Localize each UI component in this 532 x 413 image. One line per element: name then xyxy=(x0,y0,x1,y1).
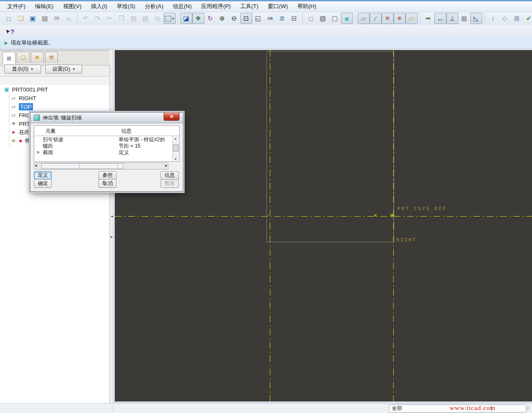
collapse-left-icon[interactable]: ◂ xyxy=(111,214,113,218)
selection-box-icon[interactable]: ▼ xyxy=(164,13,176,24)
scroll-up-icon[interactable]: ▲ xyxy=(173,137,179,140)
tree-item-right[interactable]: ▱RIGHT xyxy=(0,94,110,102)
undo-icon[interactable]: ↶ xyxy=(80,13,92,24)
redo-icon[interactable]: ↷ xyxy=(92,13,104,24)
status-divider xyxy=(113,404,114,413)
construction-icon[interactable]: ◇ xyxy=(499,13,511,24)
tab-favorites[interactable]: ✱ xyxy=(31,52,44,63)
new-file-icon[interactable]: □ xyxy=(3,13,15,24)
menu-info[interactable]: 信息(N) xyxy=(168,1,196,12)
menu-view[interactable]: 视图(V) xyxy=(58,1,86,12)
orient-sketch-icon[interactable]: ➥ xyxy=(422,13,434,24)
vertical-centerline-right[interactable] xyxy=(393,50,394,401)
plane-display-icon[interactable]: ▱ xyxy=(358,13,370,24)
section-ibeam-icon[interactable]: I xyxy=(487,13,499,24)
accept-section-icon[interactable]: ✔ xyxy=(523,13,532,24)
scroll-left-icon[interactable]: ◀ xyxy=(35,164,37,167)
helical-sweep-dialog: 伸出项: 螺旋扫描 ✕ 元素 信息 扫引轨迹草绘平面 - 特征#2的 螺距节距 … xyxy=(30,112,183,192)
context-help-icon[interactable]: ➤? xyxy=(4,27,15,36)
paste-special-icon[interactable]: ▨ xyxy=(140,13,152,24)
scroll-right-icon[interactable]: ▶ xyxy=(165,164,167,167)
menu-tools[interactable]: 工具(T) xyxy=(236,1,263,12)
vertical-scrollbar[interactable]: ▲ ▼ xyxy=(172,137,179,161)
close-icon[interactable]: ✕ xyxy=(164,113,179,121)
cut-icon[interactable]: ✂ xyxy=(104,13,116,24)
horizontal-scroll-thumb[interactable] xyxy=(41,163,123,169)
hidden-line-icon[interactable]: ▨ xyxy=(317,13,329,24)
layers-icon[interactable]: ≣ xyxy=(276,13,288,24)
element-table: 元素 信息 扫引轨迹草绘平面 - 特征#2的 螺距节距 = 15 >截面定义 ▲ xyxy=(34,125,179,162)
references-button[interactable]: 参照 xyxy=(99,171,117,180)
tree-item-part[interactable]: ▣PRT0001.PRT xyxy=(0,85,110,94)
settings-dropdown-button[interactable]: 设置(G) ▼ xyxy=(45,65,82,74)
save-icon[interactable]: ▣ xyxy=(27,13,39,24)
menu-file[interactable]: 文件(F) xyxy=(3,1,30,12)
right-plane-label[interactable]: RIGHT xyxy=(396,237,417,243)
info-button[interactable]: 信息 xyxy=(161,171,179,180)
tree-item-top[interactable]: ▱TOP xyxy=(0,102,110,111)
wireframe-icon[interactable]: □ xyxy=(305,13,317,24)
axis-display-icon[interactable]: ∕ xyxy=(370,13,382,24)
print-icon[interactable]: ▤ xyxy=(39,13,51,24)
spin-center-icon[interactable]: ↻ xyxy=(204,13,216,24)
paste-icon[interactable]: ▥ xyxy=(128,13,140,24)
annotation-display-icon[interactable]: ▭ xyxy=(406,13,418,24)
refit-icon[interactable]: ◱ xyxy=(252,13,264,24)
shaded-icon[interactable]: ■ xyxy=(341,13,353,24)
open-folder-icon[interactable]: ❏ xyxy=(15,13,27,24)
collapse-right-icon[interactable]: ▸ xyxy=(111,235,113,239)
horizontal-centerline[interactable] xyxy=(115,216,532,217)
no-section-icon[interactable]: ⊠ xyxy=(511,13,523,24)
dialog-title-bar[interactable]: 伸出项: 螺旋扫描 ✕ xyxy=(30,113,183,123)
point-display-icon[interactable]: ✕ xyxy=(382,13,394,24)
vertex-display-icon[interactable]: ◺ xyxy=(470,13,482,24)
horizontal-scrollbar[interactable]: ◀ ▶ xyxy=(34,163,168,169)
tab-model-tree[interactable]: ⊞ xyxy=(3,52,15,64)
cancel-button[interactable]: 取消 xyxy=(99,179,117,188)
menu-edit[interactable]: 编辑(E) xyxy=(30,1,58,12)
menu-analysis[interactable]: 分析(A) xyxy=(140,1,168,12)
link-icon[interactable]: ∞ xyxy=(63,13,75,24)
grid-display-icon[interactable]: ▦ xyxy=(458,13,470,24)
menu-applications[interactable]: 应用程序(P) xyxy=(196,1,235,12)
vertical-centerline-left[interactable] xyxy=(270,50,270,401)
prompt-arrow-icon: ➤ xyxy=(3,40,8,46)
csys-display-icon[interactable]: ✳ xyxy=(394,13,406,24)
element-table-header: 元素 信息 xyxy=(34,126,179,136)
dialog-row-section[interactable]: >截面定义 xyxy=(34,149,172,156)
csys-marker-icon[interactable]: ✳ xyxy=(389,212,395,220)
menu-bar: 文件(F)编辑(E)视图(V)插入(I)草绘(S)分析(A)信息(N)应用程序(… xyxy=(0,1,532,12)
ok-button[interactable]: 确定 xyxy=(34,179,52,188)
csys-label[interactable]: PRT_CSYS_DEF xyxy=(398,206,447,211)
annotation-ab-icon[interactable]: AB xyxy=(264,13,276,24)
scroll-down-icon[interactable]: ▼ xyxy=(173,157,179,160)
dialog-row-pitch[interactable]: 螺距节距 = 15 xyxy=(34,143,172,149)
zoom-window-icon[interactable]: ⊡ xyxy=(240,13,252,24)
model-tree-icon[interactable]: ⊟ xyxy=(288,13,300,24)
constraint-display-icon[interactable]: ⊥ xyxy=(446,13,458,24)
find-icon[interactable]: ◎ xyxy=(152,13,164,24)
menu-insert[interactable]: 插入(I) xyxy=(86,1,112,12)
menu-sketch[interactable]: 草绘(S) xyxy=(112,1,140,12)
send-mail-icon[interactable]: ✉ xyxy=(51,13,63,24)
tab-connections[interactable]: ⚒ xyxy=(45,52,58,63)
vertical-scroll-thumb[interactable] xyxy=(173,144,179,152)
copy-icon[interactable]: ❐ xyxy=(116,13,128,24)
dim-display-icon[interactable]: ↔ xyxy=(434,13,446,24)
menu-help[interactable]: 帮助(H) xyxy=(293,1,321,12)
graphics-canvas[interactable]: + ✕ ✳ PRT_CSYS_DEF RIGHT xyxy=(115,50,532,401)
datum-filter-icon[interactable]: ❖ xyxy=(192,13,204,24)
no-hidden-icon[interactable]: ▢ xyxy=(329,13,341,24)
zoom-out-icon[interactable]: ⊖ xyxy=(228,13,240,24)
zoom-in-icon[interactable]: ⊕ xyxy=(216,13,228,24)
dialog-row-trajectory[interactable]: 扫引轨迹草绘平面 - 特征#2的 xyxy=(34,137,172,143)
sketch-view-icon[interactable]: ◪ xyxy=(180,13,192,24)
tab-folder-browser[interactable]: ❏ xyxy=(17,52,30,63)
toolbar-group-file: □❏▣▤✉∞ xyxy=(2,13,76,24)
menu-window[interactable]: 窗口(W) xyxy=(263,1,293,12)
define-button[interactable]: 定义 xyxy=(34,171,52,180)
show-dropdown-button[interactable]: 显示(0) ▼ xyxy=(4,65,41,74)
tree-header-strip xyxy=(0,76,110,86)
column-info: 信息 xyxy=(121,128,132,135)
status-message: 现在草绘横截面。 xyxy=(11,39,54,47)
